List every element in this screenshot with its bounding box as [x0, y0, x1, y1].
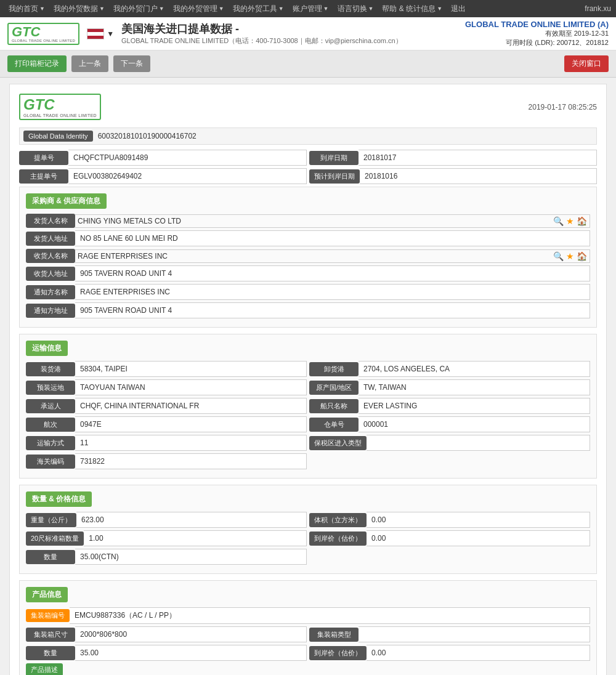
volume-value: 0.00 [367, 512, 590, 528]
est-arrival-field: 预计到岸日期 20181016 [309, 168, 597, 184]
us-flag [87, 28, 104, 39]
consignee-addr-label: 收货人地址 [26, 267, 75, 281]
container-id-row: 集装箱编号 EMCU9887336（AC / L / PP） [26, 607, 590, 624]
toolbar-top: 打印箱柜记录 上一条 下一条 关闭窗口 [0, 51, 616, 78]
quantity-section-header: 数量 & 价格信息 [26, 491, 92, 507]
nav-data[interactable]: 我的外贸数据 ▼ [50, 4, 108, 14]
page-title: 美国海关进口提单数据 - [121, 22, 402, 36]
customs-code-value: 731822 [75, 453, 307, 469]
transport-mode-value: 11 [75, 435, 307, 451]
header-right: GLOBAL TRADE ONLINE LIMITED (A) 有效期至 201… [465, 20, 609, 47]
consignee-name-value-container: RAGE ENTERPRISES INC 🔍 ★ 🏠 [75, 249, 590, 263]
ldr: 可用时段 (LDR): 200712、201812 [465, 38, 609, 47]
product-section-header: 产品信息 [26, 587, 68, 602]
global-id-row: Global Data Identity 6003201810101900004… [19, 127, 597, 145]
qty-row-2: 20尺标准箱数量 1.00 到岸价（估价） 0.00 [26, 530, 590, 546]
nav-home[interactable]: 我的首页 ▼ [5, 4, 49, 14]
notify-name-row: 通知方名称 RAGE ENTERPRISES INC [26, 284, 590, 300]
customs-code-label: 海关编码 [26, 455, 75, 469]
notify-name-value: RAGE ENTERPRISES INC [75, 284, 590, 300]
nav-manage[interactable]: 我的外贸管理 ▼ [169, 4, 228, 14]
nav-logout[interactable]: 退出 [447, 4, 469, 14]
star-icon-shipper[interactable]: ★ [566, 216, 574, 226]
home-icon-shipper[interactable]: 🏠 [577, 216, 587, 226]
vessel-value: EVER LASTING [359, 398, 590, 414]
supplier-section: 采购商 & 供应商信息 发货人名称 CHING YING METALS CO L… [19, 187, 597, 328]
bill-number-value: CHQFCTPUA8091489 [68, 150, 307, 166]
notify-addr-row: 通知方地址 905 TAVERN ROAD UNIT 4 [26, 302, 590, 318]
nav-tools[interactable]: 我的外贸工具 ▼ [229, 4, 288, 14]
prod-desc-label-row: 产品描述 [26, 663, 590, 675]
quantity-label: 数量 [26, 550, 75, 564]
quantity-value: 35.00(CTN) [75, 549, 307, 565]
transport-row-1: 装货港 58304, TAIPEI 卸货港 2704, LOS ANGELES,… [26, 361, 590, 377]
record-logo: GTC GLOBAL TRADE ONLINE LIMITED [19, 94, 101, 120]
quantity-section: 数量 & 价格信息 重量（公斤） 623.00 体积（立方米） 0.00 20尺… [19, 485, 597, 574]
gdi-value: 600320181010190000416702 [98, 132, 197, 140]
home-icon-consignee[interactable]: 🏠 [577, 251, 587, 261]
next-button-top[interactable]: 下一条 [113, 55, 150, 72]
star-icon-consignee[interactable]: ★ [566, 251, 574, 261]
record-logo-text: GTC [23, 96, 97, 113]
teu-label: 20尺标准箱数量 [26, 532, 84, 546]
transport-section-header: 运输信息 [26, 341, 68, 356]
consignee-name-value: RAGE ENTERPRISES INC [78, 252, 551, 261]
logo: GTC GLOBAL TRADE ONLINE LIMITED [7, 23, 79, 45]
validity: 有效期至 2019-12-31 [465, 29, 609, 38]
shipper-name-row: 发货人名称 CHING YING METALS CO LTD 🔍 ★ 🏠 [26, 214, 590, 228]
header-left: GTC GLOBAL TRADE ONLINE LIMITED ▼ 美国海关进口… [7, 22, 402, 46]
carrier-value: CHQF, CHINA INTERNATIONAL FR [75, 398, 307, 414]
shipper-name-value: CHING YING METALS CO LTD [78, 217, 551, 225]
arrival-date-label: 到岸日期 [309, 151, 359, 165]
master-bill-value: EGLV003802649402 [68, 168, 307, 184]
pre-load-label: 预装运地 [26, 381, 75, 395]
search-icon-shipper[interactable]: 🔍 [553, 216, 564, 226]
voyage-label: 航次 [26, 418, 75, 432]
consignee-name-label: 收货人名称 [26, 249, 75, 263]
container-type-label: 集装箱类型 [309, 628, 359, 642]
bill-number-field: 提单号 CHQFCTPUA8091489 [19, 150, 307, 166]
transport-row-4: 航次 0947E 仓单号 000001 [26, 416, 590, 432]
nav-portal[interactable]: 我的外贸门户 ▼ [110, 4, 168, 14]
nav-account[interactable]: 账户管理 ▼ [289, 4, 333, 14]
logo-text: GTC [12, 25, 75, 39]
close-button-top[interactable]: 关闭窗口 [564, 55, 609, 72]
bill-row-2: 主提单号 EGLV003802649402 预计到岸日期 20181016 [19, 168, 597, 184]
shipper-name-label: 发货人名称 [26, 214, 75, 228]
consignee-name-row: 收货人名称 RAGE ENTERPRISES INC 🔍 ★ 🏠 [26, 249, 590, 263]
transport-row-2: 预装运地 TAOYUAN TAIWAN 原产国/地区 TW, TAIWAN [26, 379, 590, 395]
supplier-section-header: 采购商 & 供应商信息 [26, 193, 107, 209]
consignee-addr-value: 905 TAVERN ROAD UNIT 4 [75, 265, 590, 281]
record-header: GTC GLOBAL TRADE ONLINE LIMITED 2019-01-… [19, 94, 597, 120]
transport-row-5: 运输方式 11 保税区进入类型 [26, 435, 590, 451]
product-section: 产品信息 集装箱编号 EMCU9887336（AC / L / PP） 集装箱尺… [19, 580, 597, 675]
transport-row-3: 承运人 CHQF, CHINA INTERNATIONAL FR 船只名称 EV… [26, 398, 590, 414]
prev-button-top[interactable]: 上一条 [71, 55, 108, 72]
print-button-top[interactable]: 打印箱柜记录 [7, 55, 67, 72]
qty-row-3: 数量 35.00(CTN) [26, 549, 590, 565]
notify-name-label: 通知方名称 [26, 285, 75, 299]
record-date: 2019-01-17 08:25:25 [529, 103, 597, 111]
shipper-name-value-container: CHING YING METALS CO LTD 🔍 ★ 🏠 [75, 214, 590, 228]
prod-desc-label: 产品描述 [26, 663, 63, 675]
page-title-area: 美国海关进口提单数据 - GLOBAL TRADE ONLINE LIMITED… [121, 22, 402, 46]
flag-selector[interactable]: ▼ [87, 28, 114, 39]
master-bill-label: 主提单号 [19, 169, 68, 184]
top-navigation: 我的首页 ▼ 我的外贸数据 ▼ 我的外贸门户 ▼ 我的外贸管理 ▼ 我的外贸工具… [0, 0, 616, 17]
prod-qty-label: 数量 [26, 646, 75, 660]
product-qty-price-row: 数量 35.00 到岸价（估价） 0.00 [26, 645, 590, 661]
container-type-value [359, 626, 590, 642]
transport-mode-label: 运输方式 [26, 436, 75, 450]
nav-help[interactable]: 帮助 & 统计信息 ▼ [378, 4, 446, 14]
cif-label: 到岸价（估价） [309, 532, 367, 546]
container-id-value: EMCU9887336（AC / L / PP） [70, 607, 590, 624]
weight-value: 623.00 [76, 512, 307, 528]
nav-language[interactable]: 语言切换 ▼ [334, 4, 378, 14]
container-size-row: 集装箱尺寸 2000*806*800 集装箱类型 [26, 626, 590, 642]
record-logo-sub: GLOBAL TRADE ONLINE LIMITED [23, 113, 97, 118]
transport-section: 运输信息 装货港 58304, TAIPEI 卸货港 2704, LOS ANG… [19, 334, 597, 479]
arrival-date-value: 20181017 [359, 150, 597, 166]
shipper-addr-label: 发货人地址 [26, 232, 75, 246]
search-icon-consignee[interactable]: 🔍 [553, 251, 564, 261]
teu-value: 1.00 [84, 530, 307, 546]
